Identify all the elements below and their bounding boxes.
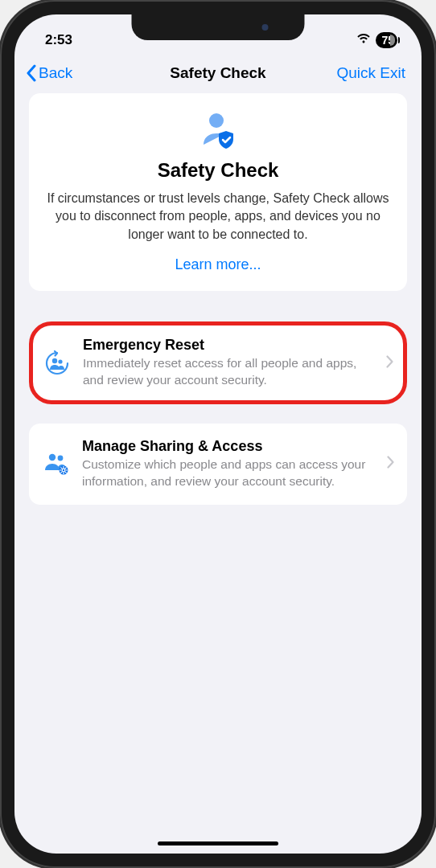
svg-point-2 (58, 359, 62, 363)
manage-sharing-button[interactable]: Manage Sharing & Access Customize which … (29, 424, 407, 505)
emergency-reset-title: Emergency Reset (83, 337, 375, 354)
wifi-icon (356, 32, 371, 48)
person-shield-icon (45, 111, 391, 151)
page-title: Safety Check (170, 64, 265, 82)
nav-bar: Back Safety Check Quick Exit (14, 55, 422, 93)
back-label: Back (39, 64, 72, 82)
emergency-reset-icon (43, 350, 72, 377)
svg-line-12 (65, 473, 66, 473)
status-time: 2:53 (45, 32, 72, 48)
intro-title: Safety Check (45, 159, 391, 182)
phone-frame: 2:53 75 Back Safety Check Quick Exit (0, 0, 436, 868)
chevron-right-icon (386, 355, 393, 371)
manage-sharing-title: Manage Sharing & Access (82, 438, 376, 455)
notch (132, 14, 305, 40)
back-button[interactable]: Back (26, 64, 72, 82)
svg-point-3 (49, 454, 56, 461)
learn-more-link[interactable]: Learn more... (45, 256, 391, 273)
svg-point-1 (52, 358, 57, 362)
emergency-reset-button[interactable]: Emergency Reset Immediately reset access… (29, 321, 407, 404)
chevron-right-icon (387, 456, 394, 472)
screen: 2:53 75 Back Safety Check Quick Exit (14, 14, 422, 854)
emergency-reset-description: Immediately reset access for all people … (83, 355, 375, 389)
manage-sharing-description: Customize which people and apps can acce… (82, 457, 376, 490)
battery-indicator: 75 (376, 32, 397, 48)
svg-line-13 (65, 468, 66, 469)
home-indicator[interactable] (158, 841, 278, 845)
svg-line-14 (61, 473, 62, 473)
intro-card: Safety Check If circumstances or trust l… (29, 93, 407, 291)
svg-point-4 (58, 456, 64, 461)
manage-sharing-icon (42, 451, 71, 477)
chevron-left-icon (26, 64, 37, 82)
svg-point-0 (209, 113, 224, 128)
intro-description: If circumstances or trust levels change,… (45, 190, 391, 244)
quick-exit-button[interactable]: Quick Exit (336, 64, 405, 82)
svg-line-11 (61, 468, 62, 469)
